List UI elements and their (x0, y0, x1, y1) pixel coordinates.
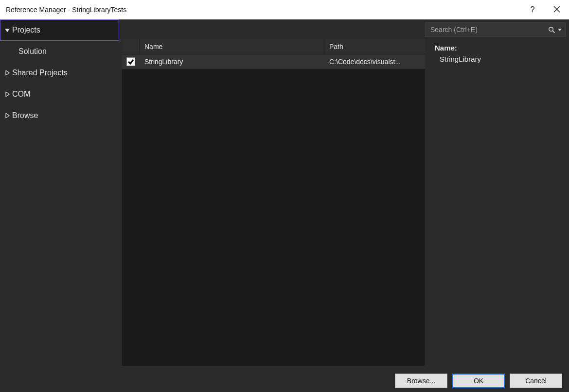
footer: Browse... OK Cancel (0, 370, 569, 392)
row-name-text: StringLibrary (144, 58, 183, 66)
row-path-cell: C:\Code\docs\visualst... (324, 54, 425, 69)
checkbox-checked-icon[interactable] (126, 57, 135, 66)
svg-point-0 (549, 27, 552, 31)
reference-manager-window: Reference Manager - StringLibraryTests ?… (0, 0, 569, 392)
sidebar-item-label: Projects (12, 26, 40, 34)
column-header-label: Name (144, 43, 162, 51)
sidebar-item-label: Browse (12, 111, 38, 120)
button-label: OK (474, 377, 483, 385)
sidebar-item-browse[interactable]: Browse (0, 105, 119, 126)
column-header-path[interactable]: Path (324, 39, 425, 54)
help-button[interactable]: ? (520, 0, 545, 19)
panes: Name Path StringLibrary (119, 39, 569, 370)
column-header-checkbox[interactable] (122, 39, 140, 54)
search-icon (546, 26, 557, 34)
sidebar-item-label: COM (12, 90, 30, 99)
content-area: Projects Solution Shared Projects COM (0, 19, 569, 370)
reference-list: Name Path StringLibrary (122, 39, 425, 366)
table-row[interactable]: StringLibrary C:\Code\docs\visualst... (122, 54, 425, 69)
close-icon (553, 6, 560, 14)
chevron-right-icon (2, 70, 12, 75)
row-checkbox-cell[interactable] (122, 54, 140, 69)
column-header-name[interactable]: Name (140, 39, 324, 54)
detail-panel: Name: StringLibrary (428, 39, 569, 370)
list-header: Name Path (122, 39, 425, 54)
sidebar-item-label: Solution (18, 47, 47, 56)
search-box[interactable] (425, 22, 566, 37)
dropdown-caret-icon[interactable] (557, 28, 563, 32)
row-path-text: C:\Code\docs\visualst... (329, 58, 401, 66)
sidebar-item-projects[interactable]: Projects (0, 19, 119, 41)
sidebar-item-shared-projects[interactable]: Shared Projects (0, 62, 119, 84)
chevron-right-icon (2, 92, 12, 97)
detail-name-label: Name: (435, 44, 562, 52)
help-icon: ? (531, 5, 535, 14)
button-label: Browse... (407, 377, 435, 385)
row-name-cell: StringLibrary (140, 54, 324, 69)
cancel-button[interactable]: Cancel (510, 374, 562, 388)
search-row (119, 19, 569, 39)
sidebar-item-com[interactable]: COM (0, 84, 119, 105)
chevron-down-icon (2, 28, 12, 33)
button-label: Cancel (525, 377, 547, 385)
search-input[interactable] (430, 26, 546, 34)
sidebar-item-label: Shared Projects (12, 68, 68, 77)
close-button[interactable] (545, 0, 569, 19)
chevron-right-icon (2, 113, 12, 118)
window-title: Reference Manager - StringLibraryTests (6, 6, 126, 14)
ok-button[interactable]: OK (452, 374, 505, 388)
title-bar: Reference Manager - StringLibraryTests ? (0, 0, 569, 19)
browse-button[interactable]: Browse... (395, 374, 447, 388)
svg-line-1 (552, 31, 554, 33)
main-area: Name Path StringLibrary (119, 19, 569, 370)
column-header-label: Path (329, 43, 343, 51)
detail-name-value: StringLibrary (435, 55, 562, 63)
sidebar-item-solution[interactable]: Solution (0, 41, 119, 62)
sidebar: Projects Solution Shared Projects COM (0, 19, 119, 370)
